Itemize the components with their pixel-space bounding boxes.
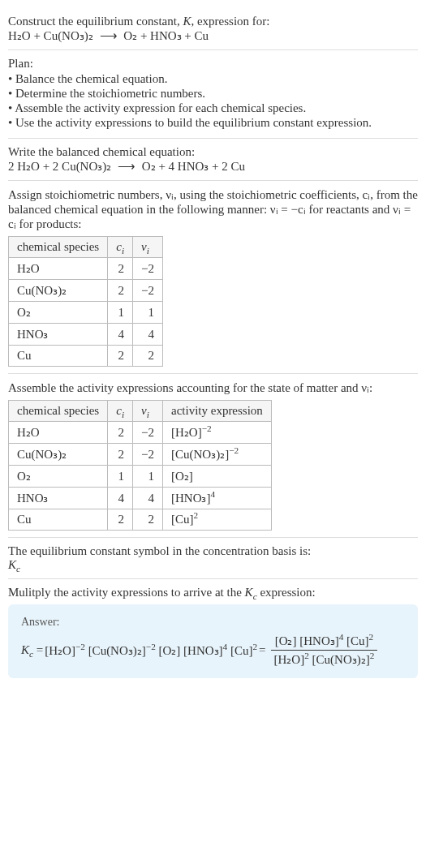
table-row: HNO₃ 4 4: [9, 324, 163, 346]
balanced-section: Write the balanced chemical equation: 2 …: [8, 139, 418, 181]
cell-ci: 2: [108, 422, 133, 444]
cell-activity: [Cu(NO₃)₂]−2: [162, 444, 271, 466]
cell-ci: 4: [108, 488, 133, 509]
cell-species: HNO₃: [9, 324, 108, 346]
cell-vi: −2: [133, 258, 163, 280]
cell-activity: [Cu]2: [162, 509, 271, 531]
cell-vi: 4: [133, 324, 163, 346]
cell-activity: [HNO₃]4: [162, 488, 271, 509]
table-row: Cu 2 2: [9, 346, 163, 367]
plan-item: • Balance the chemical equation.: [8, 72, 418, 86]
table-row: O₂ 1 1 [O₂]: [9, 466, 272, 488]
plan-title: Plan:: [8, 57, 418, 71]
cell-ci: 2: [108, 509, 133, 531]
cell-ci: 2: [108, 346, 133, 367]
answer-box: Answer: Kc = [H₂O]−2 [Cu(NO₃)₂]−2 [O₂] […: [8, 604, 418, 678]
equals-sign: =: [259, 643, 265, 657]
cell-species: H₂O: [9, 422, 108, 444]
cell-ci: 2: [108, 280, 133, 302]
problem-statement: Construct the equilibrium constant, K, e…: [8, 8, 418, 50]
cell-vi: −2: [133, 444, 163, 466]
activity-section: Assemble the activity expressions accoun…: [8, 374, 418, 538]
table-row: H₂O 2 −2: [9, 258, 163, 280]
symbol-section: The equilibrium constant symbol in the c…: [8, 538, 418, 579]
cell-ci: 2: [108, 258, 133, 280]
problem-line1: Construct the equilibrium constant, K, e…: [8, 15, 418, 28]
balanced-lhs: 2 H₂O + 2 Cu(NO₃)₂: [8, 160, 111, 173]
reaction-arrow: ⟶: [100, 28, 118, 43]
plan-item: • Determine the stoichiometric numbers.: [8, 87, 418, 101]
cell-activity: [O₂]: [162, 466, 271, 488]
cell-vi: 2: [133, 346, 163, 367]
fraction-denominator: [H₂O]2 [Cu(NO₃)₂]2: [271, 651, 378, 667]
kc-expression: Kc = [H₂O]−2 [Cu(NO₃)₂]−2 [O₂] [HNO₃]4 […: [21, 634, 405, 667]
col-activity: activity expression: [162, 401, 271, 422]
cell-vi: 1: [133, 466, 163, 488]
col-ci: ci: [108, 401, 133, 422]
final-intro: Mulitply the activity expressions to arr…: [8, 586, 418, 599]
cell-species: HNO₃: [9, 488, 108, 509]
fraction-numerator: [O₂] [HNO₃]4 [Cu]2: [271, 634, 378, 651]
problem-equation: H₂O + Cu(NO₃)₂ ⟶ O₂ + HNO₃ + Cu: [8, 28, 418, 43]
cell-ci: 1: [108, 466, 133, 488]
cell-species: Cu(NO₃)₂: [9, 444, 108, 466]
table-row: H₂O 2 −2 [H₂O]−2: [9, 422, 272, 444]
table-row: Cu(NO₃)₂ 2 −2 [Cu(NO₃)₂]−2: [9, 444, 272, 466]
symbol-line1: The equilibrium constant symbol in the c…: [8, 544, 418, 558]
stoich-intro: Assign stoichiometric numbers, νᵢ, using…: [8, 187, 418, 231]
cell-species: Cu(NO₃)₂: [9, 280, 108, 302]
cell-species: H₂O: [9, 258, 108, 280]
plan-section: Plan: • Balance the chemical equation. •…: [8, 50, 418, 139]
table-header-row: chemical species ci νi activity expressi…: [9, 401, 272, 422]
cell-species: O₂: [9, 466, 108, 488]
fraction: [O₂] [HNO₃]4 [Cu]2 [H₂O]2 [Cu(NO₃)₂]2: [271, 634, 378, 667]
kc-symbol: Kc =: [21, 643, 43, 657]
cell-vi: 4: [133, 488, 163, 509]
cell-species: Cu: [9, 509, 108, 531]
col-vi: νi: [133, 401, 163, 422]
plan-item: • Use the activity expressions to build …: [8, 116, 418, 130]
balanced-title: Write the balanced chemical equation:: [8, 145, 418, 159]
plan-item: • Assemble the activity expression for e…: [8, 101, 418, 115]
cell-species: O₂: [9, 302, 108, 324]
table-header-row: chemical species ci νi: [9, 237, 163, 258]
balanced-equation: 2 H₂O + 2 Cu(NO₃)₂ ⟶ O₂ + 4 HNO₃ + 2 Cu: [8, 159, 418, 174]
cell-ci: 2: [108, 444, 133, 466]
answer-label: Answer:: [21, 616, 405, 629]
flat-product: [H₂O]−2 [Cu(NO₃)₂]−2 [O₂] [HNO₃]4 [Cu]2: [45, 643, 257, 658]
col-ci: ci: [108, 237, 133, 258]
activity-intro: Assemble the activity expressions accoun…: [8, 380, 418, 395]
equation-rhs: O₂ + HNO₃ + Cu: [123, 29, 209, 42]
balanced-rhs: O₂ + 4 HNO₃ + 2 Cu: [142, 160, 245, 173]
table-row: HNO₃ 4 4 [HNO₃]4: [9, 488, 272, 509]
cell-vi: 1: [133, 302, 163, 324]
plan-list: • Balance the chemical equation. • Deter…: [8, 72, 418, 130]
table-row: O₂ 1 1: [9, 302, 163, 324]
cell-ci: 4: [108, 324, 133, 346]
cell-activity: [H₂O]−2: [162, 422, 271, 444]
symbol-kc: Kc: [8, 558, 418, 572]
col-vi: νi: [133, 237, 163, 258]
table-row: Cu 2 2 [Cu]2: [9, 509, 272, 531]
final-section: Mulitply the activity expressions to arr…: [8, 579, 418, 685]
cell-ci: 1: [108, 302, 133, 324]
stoich-section: Assign stoichiometric numbers, νᵢ, using…: [8, 181, 418, 374]
reaction-arrow: ⟶: [118, 159, 136, 174]
col-species: chemical species: [9, 237, 108, 258]
equation-lhs: H₂O + Cu(NO₃)₂: [8, 29, 93, 42]
cell-vi: 2: [133, 509, 163, 531]
stoich-table: chemical species ci νi H₂O 2 −2 Cu(NO₃)₂…: [8, 236, 163, 367]
cell-vi: −2: [133, 280, 163, 302]
activity-table: chemical species ci νi activity expressi…: [8, 400, 272, 531]
col-species: chemical species: [9, 401, 108, 422]
cell-vi: −2: [133, 422, 163, 444]
table-row: Cu(NO₃)₂ 2 −2: [9, 280, 163, 302]
cell-species: Cu: [9, 346, 108, 367]
